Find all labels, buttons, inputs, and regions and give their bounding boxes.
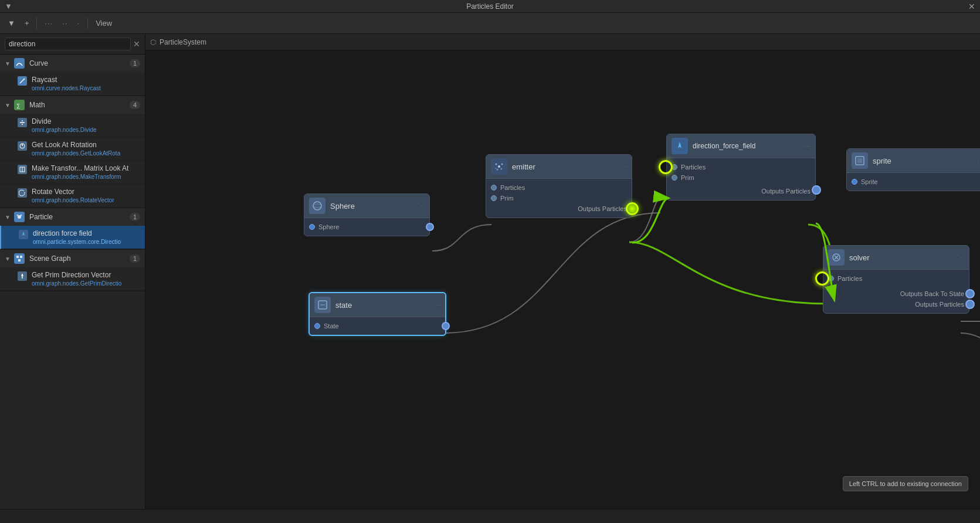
sidebar-item-divide[interactable]: Divide omni.graph.nodes.Divide xyxy=(0,114,145,137)
rotate-vector-name: Rotate Vector xyxy=(32,188,114,196)
emitter-node[interactable]: emitter ·· Particles Prim Outputs Partic… xyxy=(486,154,632,218)
options-button-3[interactable]: · xyxy=(74,17,83,29)
svg-point-23 xyxy=(498,165,500,168)
state-node-menu[interactable]: ·· xyxy=(436,301,440,309)
solver-particles-connector[interactable] xyxy=(965,300,975,309)
menu-dropdown-icon[interactable]: ▼ xyxy=(5,2,12,11)
svg-rect-17 xyxy=(18,259,21,262)
direction-node-header: direction_force_field ··· xyxy=(667,134,815,158)
solver-node-menu[interactable]: ·· xyxy=(960,253,964,262)
sidebar-item-get-look-at-rotation[interactable]: Get Look At Rotation omni.graph.nodes.Ge… xyxy=(0,137,145,161)
sidebar-item-raycast[interactable]: Raycast omni.curve.nodes.Raycast xyxy=(0,72,145,96)
direction-prim-dot xyxy=(672,175,677,181)
status-bar xyxy=(0,509,980,523)
direction-output-connector[interactable] xyxy=(812,185,821,195)
solver-particles-green-circle xyxy=(815,271,829,286)
raycast-path: omni.curve.nodes.Raycast xyxy=(32,85,101,91)
svg-point-27 xyxy=(501,168,503,170)
solver-back-to-state-connector[interactable] xyxy=(965,289,975,298)
state-node-title: state xyxy=(335,301,436,310)
direction-particles-green-circle xyxy=(659,160,673,174)
get-look-at-rotation-icon xyxy=(18,141,27,151)
svg-marker-14 xyxy=(22,232,25,236)
breadcrumb-text: ParticleSystem xyxy=(160,38,206,46)
sidebar-item-get-prim-direction-vector[interactable]: Get Prim Direction Vector omni.graph.nod… xyxy=(0,267,145,291)
math-section-count: 4 xyxy=(130,101,140,109)
emitter-node-icon xyxy=(491,158,507,175)
sidebar-section-header-particle[interactable]: ▼ Particle 1 xyxy=(0,208,145,226)
canvas-area[interactable]: ⬡ ParticleSystem xyxy=(145,34,980,509)
dropdown-button[interactable]: ▼ xyxy=(5,17,18,29)
curve-section-label: Curve xyxy=(29,59,130,67)
options-button-1[interactable]: ··· xyxy=(42,17,56,29)
make-transform-name: Make Transfor... Matrix Look At xyxy=(32,164,128,172)
solver-output-back-to-state: Outputs Back To State xyxy=(823,288,969,299)
search-input[interactable] xyxy=(5,38,131,50)
solver-port-particles: Particles xyxy=(823,273,969,284)
close-button[interactable]: ✕ xyxy=(968,2,975,11)
get-look-at-rotation-path: omni.graph.nodes.GetLookAtRota xyxy=(32,150,120,157)
toolbar: ▼ + ··· ·· · View xyxy=(0,13,980,34)
sphere-node-menu[interactable]: ·· xyxy=(421,202,425,210)
svg-point-25 xyxy=(501,164,503,165)
scene-graph-section-label: Scene Graph xyxy=(29,254,130,263)
chevron-down-icon-scene-graph: ▼ xyxy=(5,256,11,262)
direction-force-field-name: direction force field xyxy=(33,229,121,237)
sprite-node-header: sprite ·· xyxy=(847,149,980,173)
solver-node-header: solver ·· xyxy=(823,246,969,270)
sidebar-item-rotate-vector[interactable]: Rotate Vector omni.graph.nodes.RotateVec… xyxy=(0,184,145,208)
rotate-vector-icon xyxy=(18,188,27,198)
sphere-right-connector[interactable] xyxy=(426,223,434,231)
emitter-output-connector[interactable] xyxy=(626,202,639,215)
view-button[interactable]: View xyxy=(93,17,115,29)
scene-graph-section-icon xyxy=(14,253,25,264)
sprite-node-menu[interactable]: ·· xyxy=(978,157,980,165)
state-node[interactable]: state ·· State xyxy=(308,292,446,336)
get-prim-direction-path: omni.graph.nodes.GetPrimDirectio xyxy=(32,280,121,287)
make-transform-path: omni.graph.nodes.MakeTransform xyxy=(32,174,128,180)
scene-graph-section-count: 1 xyxy=(130,254,140,263)
breadcrumb-icon: ⬡ xyxy=(150,38,156,46)
svg-point-26 xyxy=(497,169,499,171)
sphere-node-header: Sphere ·· xyxy=(304,194,429,218)
raycast-name: Raycast xyxy=(32,76,101,84)
direction-force-field-node[interactable]: direction_force_field ··· Particles Prim… xyxy=(666,134,816,201)
svg-marker-29 xyxy=(678,142,681,148)
sprite-node[interactable]: sprite ·· Sprite xyxy=(846,148,980,191)
add-button[interactable]: + xyxy=(22,17,32,29)
chevron-down-icon-math: ▼ xyxy=(5,102,11,108)
state-node-icon xyxy=(314,297,331,313)
sphere-node[interactable]: Sphere ·· Sphere xyxy=(304,193,430,236)
divide-name: Divide xyxy=(32,117,97,125)
get-prim-direction-name: Get Prim Direction Vector xyxy=(32,271,121,279)
chevron-down-icon-particle: ▼ xyxy=(5,214,11,220)
options-button-2[interactable]: ·· xyxy=(59,17,70,29)
sprite-node-title: sprite xyxy=(873,157,978,165)
raycast-icon xyxy=(18,76,27,86)
svg-rect-16 xyxy=(20,256,22,258)
sidebar-section-scene-graph: ▼ Scene Graph 1 Get Prim Direction Vecto… xyxy=(0,250,145,291)
sidebar-item-make-transform[interactable]: Make Transfor... Matrix Look At omni.gra… xyxy=(0,161,145,184)
sphere-node-body: Sphere xyxy=(304,218,429,236)
search-clear-button[interactable]: ✕ xyxy=(133,39,140,49)
get-prim-direction-icon xyxy=(18,271,27,281)
emitter-node-menu[interactable]: ·· xyxy=(623,162,627,171)
svg-rect-15 xyxy=(16,256,19,258)
direction-force-field-path: omni.particle.system.core.Directio xyxy=(33,239,121,245)
direction-node-menu[interactable]: ··· xyxy=(805,142,811,150)
direction-node-title: direction_force_field xyxy=(693,142,805,150)
state-right-connector[interactable] xyxy=(442,322,450,330)
svg-line-0 xyxy=(20,79,25,83)
sidebar-section-header-scene-graph[interactable]: ▼ Scene Graph 1 xyxy=(0,250,145,267)
sidebar-section-header-math[interactable]: ▼ ∑ Math 4 xyxy=(0,96,145,114)
sidebar-section-header-curve[interactable]: ▼ Curve 1 xyxy=(0,55,145,72)
sphere-node-icon xyxy=(309,198,325,214)
emitter-port-particles: Particles xyxy=(486,182,632,193)
sidebar-item-direction-force-field[interactable]: direction force field omni.particle.syst… xyxy=(0,226,145,249)
svg-point-12 xyxy=(16,215,18,216)
solver-node[interactable]: solver ·· Particles Outputs Back To Stat… xyxy=(823,245,969,314)
curve-section-count: 1 xyxy=(130,59,140,67)
sidebar: ✕ ▼ Curve 1 Raycast omni.curve.nodes.Ray… xyxy=(0,34,145,509)
svg-point-13 xyxy=(20,215,22,216)
svg-point-22 xyxy=(313,204,321,208)
